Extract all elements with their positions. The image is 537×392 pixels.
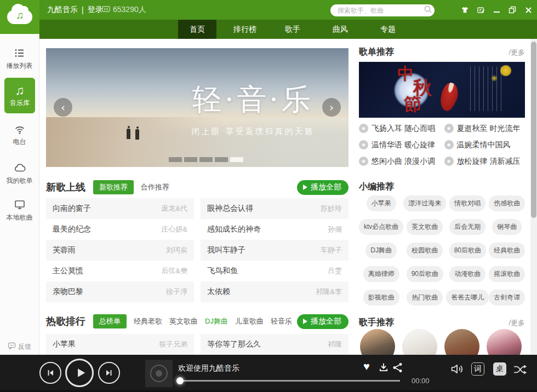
tag-pill[interactable]: 热门歌曲 (407, 290, 443, 305)
search-box[interactable] (330, 4, 435, 16)
play-all-button[interactable]: 播放全部 (297, 314, 349, 329)
minimize-icon[interactable] (492, 5, 501, 14)
tag-pill[interactable]: 伤感歌曲 (489, 195, 525, 211)
shuffle-icon[interactable] (513, 362, 528, 379)
song-item[interactable]: 感知成长的神奇 孙俪 (201, 219, 349, 240)
artist-avatar[interactable] (360, 329, 395, 355)
hero-carousel[interactable]: 轻·音·乐 闭上眼 享受返璞归真的天籁 ‹ › (46, 48, 349, 167)
song-item[interactable]: 小苹果 筷子兄弟 (46, 334, 194, 355)
tag-pill[interactable]: 情歌对唱 (449, 195, 485, 211)
song-item[interactable]: 亲吻巴黎 徐子淳 (46, 281, 194, 302)
tab-english-songs[interactable]: 英文歌曲 (169, 316, 198, 326)
sidebar-item-music-library[interactable]: ♫ 音乐库 (4, 78, 35, 113)
song-item[interactable]: 芙蓉雨 刘珂矣 (46, 240, 194, 261)
carousel-dot-active[interactable] (230, 157, 243, 162)
main-content: 轻·音·乐 闭上眼 享受返璞归真的天籁 ‹ › 新歌上线 新歌推荐 合作推荐 播… (39, 39, 537, 355)
tab-dj-dance[interactable]: DJ舞曲 (205, 316, 228, 326)
tag-pill[interactable]: DJ舞曲 (365, 243, 397, 258)
maximize-icon[interactable] (508, 5, 517, 14)
play-all-button[interactable]: 播放全部 (297, 180, 349, 195)
song-item[interactable]: 眼神总会认得 苏妙玲 (201, 198, 349, 219)
playlist-item[interactable]: ★ 夏逝秋至 时光流年 (444, 123, 525, 134)
feedback-link[interactable]: 反馈 (8, 342, 31, 351)
sidebar-item-radio[interactable]: 电台 (0, 123, 39, 147)
more-link[interactable]: /更多 (509, 48, 525, 57)
artist-avatar[interactable] (402, 329, 437, 355)
playlist-item[interactable]: ★ 温婉柔情中国风 (444, 139, 525, 151)
tag-pill[interactable]: 爸爸去哪儿 (446, 290, 489, 305)
sidebar-item-local-songs[interactable]: 本地歌曲 (0, 199, 39, 222)
song-item[interactable]: 我叫车静子 车静子 (201, 240, 349, 261)
tag-pill[interactable]: ktv必点歌曲 (359, 219, 403, 235)
tag-pill[interactable]: 小苹果 (367, 195, 396, 211)
tag-pill[interactable]: 动漫歌曲 (449, 266, 485, 282)
progress-bar[interactable] (178, 380, 400, 382)
play-button[interactable] (65, 359, 94, 387)
tag-pill[interactable]: 80后歌曲 (449, 243, 486, 258)
tab-home[interactable]: 首页 (178, 20, 216, 39)
tab-artists[interactable]: 歌手 (273, 20, 312, 39)
feedback-note-icon[interactable] (476, 5, 485, 14)
sidebar-item-playlist[interactable]: 播放列表 (0, 47, 39, 71)
download-icon[interactable] (379, 362, 389, 374)
search-input[interactable] (336, 6, 424, 15)
tag-pill[interactable]: 英文歌曲 (407, 219, 443, 235)
tag-pill[interactable]: 摇滚歌曲 (489, 266, 525, 282)
carousel-next-arrow-icon[interactable]: › (322, 98, 341, 117)
tab-classic-songs[interactable]: 经典老歌 (134, 316, 162, 326)
volume-icon[interactable] (449, 361, 465, 379)
tab-topics[interactable]: 专题 (369, 20, 407, 39)
tab-children-songs[interactable]: 儿童歌曲 (235, 316, 264, 326)
sidebar-item-my-playlists[interactable]: 我的歌单 (0, 162, 39, 186)
artist-avatar[interactable] (487, 329, 522, 355)
playlist-item[interactable]: ★ 飞扬入耳 随心而唱 (359, 123, 440, 134)
song-item[interactable]: 飞鸟和鱼 吕雯 (201, 261, 349, 281)
tag-pill[interactable]: 后会无期 (449, 219, 485, 235)
lyrics-icon[interactable]: 词 (471, 362, 484, 376)
carousel-prev-arrow-icon[interactable]: ‹ (54, 98, 72, 117)
tab-rank[interactable]: 排行榜 (226, 20, 264, 39)
tag-pill[interactable]: 离婚律师 (363, 266, 399, 282)
carousel-dot[interactable] (215, 157, 228, 162)
playlist-item[interactable]: ★ 温情华语 暖心旋律 (359, 139, 440, 151)
tab-light-music[interactable]: 轻音乐 (271, 316, 292, 326)
login-link[interactable]: 登录 (88, 5, 103, 15)
album-art-placeholder[interactable] (145, 360, 173, 387)
tag-pill[interactable]: 漂洋过海来 (403, 195, 446, 211)
search-icon[interactable] (424, 5, 432, 16)
carousel-dot[interactable] (184, 157, 197, 162)
song-item[interactable]: 主公莫慌 后弦&樊 (46, 261, 194, 281)
mid-autumn-banner[interactable]: 中 秋 節 (359, 62, 525, 118)
scrollbar-thumb[interactable] (531, 42, 536, 218)
tag-pill[interactable]: 古剑奇谭 (489, 290, 525, 305)
song-item[interactable]: 等你等了那么久 祁隆 (201, 334, 349, 355)
carousel-dot[interactable] (169, 157, 182, 162)
artist-avatar[interactable] (444, 329, 479, 355)
more-link[interactable]: /更多 (509, 318, 525, 328)
content-scrollbar[interactable] (530, 39, 537, 355)
tab-total-rank[interactable]: 总榜单 (93, 314, 127, 328)
song-item[interactable]: 最美的纪念 庄心妍& (46, 219, 194, 240)
previous-track-button[interactable] (39, 362, 61, 384)
tab-partner-rec[interactable]: 合作推荐 (141, 182, 169, 192)
close-icon[interactable] (524, 5, 533, 14)
playlist-item[interactable]: ★ 悠闲小曲 浪漫小调 (359, 155, 440, 167)
tab-new-song-rec[interactable]: 新歌推荐 (93, 180, 134, 194)
song-item[interactable]: 向南的窗子 庞龙&代 (46, 198, 194, 219)
tab-genre[interactable]: 曲风 (321, 20, 359, 39)
playlist-item[interactable]: ★ 放松旋律 清新减压 (444, 155, 525, 167)
song-item[interactable]: 太依赖 祁隆&李 (201, 281, 349, 302)
progress-handle[interactable] (176, 377, 184, 384)
share-icon[interactable] (392, 362, 403, 375)
tag-pill[interactable]: 影视歌曲 (363, 290, 399, 305)
favorite-heart-icon[interactable]: ♥ (363, 361, 370, 372)
carousel-dot[interactable] (199, 157, 213, 162)
tag-pill[interactable]: 经典歌曲 (489, 243, 525, 258)
next-track-button[interactable] (98, 362, 120, 384)
tag-pill[interactable]: 90后歌曲 (407, 266, 443, 282)
tag-pill[interactable]: 校园歌曲 (407, 243, 443, 258)
tag-pill[interactable]: 钢琴曲 (492, 219, 522, 235)
desktop-lyrics-icon[interactable]: 桌 (493, 362, 506, 376)
skin-icon[interactable] (460, 5, 469, 14)
app-logo[interactable]: ♫ (0, 0, 39, 34)
